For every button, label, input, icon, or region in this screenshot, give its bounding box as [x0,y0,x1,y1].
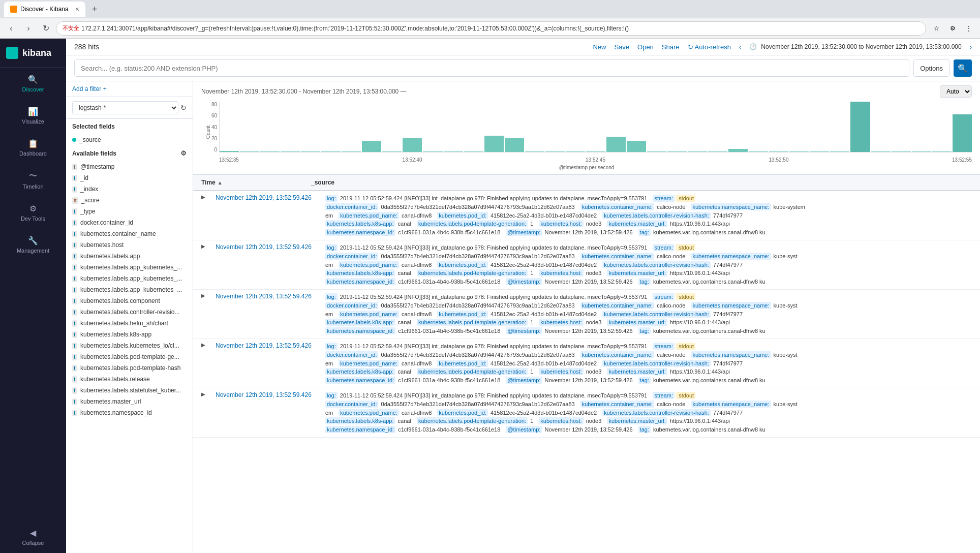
sidebar-collapse-button[interactable]: ◀ Collapse [0,521,66,553]
kh-val-1: node3 [585,221,603,227]
kmu-val-3: https://10.96.0.1:443/api [668,319,730,325]
k8s-k8s-app-type-icon: t [72,331,77,338]
prev-time-button[interactable]: ‹ [739,43,741,51]
tab-favicon [10,6,17,13]
knsid-val-1: c1cf9661-031a-4b4c-938b-f5c41c661e18 [396,229,502,235]
new-tab-button[interactable]: + [87,2,102,16]
chart-bars [219,102,972,152]
log-row-header-5[interactable]: ▶ November 12th 2019, 13:52:59.426 log: … [193,388,980,437]
options-button[interactable]: Options [913,59,950,77]
docker-field-name: docker.container_id [80,219,133,226]
chart-bar [932,151,952,152]
field-k8s-labels-pod-template-ge[interactable]: t kubernetes.labels.pod-template-ge... [66,351,193,362]
field-index[interactable]: t _index [66,183,193,195]
sidebar-item-devtools[interactable]: ⚙ Dev Tools [0,197,66,229]
new-button[interactable]: New [593,43,606,51]
chart-bar [667,151,687,152]
hits-count: 288 hits [74,43,99,51]
open-button[interactable]: Open [637,43,654,51]
expand-icon-3[interactable]: ▶ [201,293,207,335]
log-row-header-1[interactable]: ▶ November 12th 2019, 13:52:59.426 log: … [193,191,980,240]
chart-bar [505,138,524,152]
knsid-val-2: c1cf9661-031a-4b4c-938b-f5c41c661e18 [396,279,502,285]
expand-icon-4[interactable]: ▶ [201,342,207,385]
field-k8s-labels-statefulset[interactable]: t kubernetes.labels.statefulset_kuber... [66,385,193,396]
field-type-row[interactable]: t _type [66,206,193,217]
field-docker-container-id[interactable]: t docker.container_id [66,217,193,228]
field-id[interactable]: t _id [66,172,193,183]
search-input[interactable] [74,59,909,77]
field-k8s-labels-app-k8s-3[interactable]: t kubernetes.labels.app_kubernetes_... [66,284,193,295]
reload-button[interactable]: ↻ [39,21,53,36]
kptg-label-5: kubernetes.labels.pod-template-generatio… [417,417,528,424]
chart-time-range: November 12th 2019, 13:52:30.000 - Novem… [201,88,407,95]
sidebar-item-dashboard[interactable]: 📋 Dashboard [0,132,66,164]
log-label-5: log: [325,392,338,399]
expand-icon-5[interactable]: ▶ [201,391,207,434]
k8s-k8s-app-field-name: kubernetes.labels.k8s-app [80,331,151,338]
log-val-1: 2019-11-12 05:52:59.424 [INFO][33] int_d… [339,195,649,201]
log-row-header-4[interactable]: ▶ November 12th 2019, 13:52:59.426 log: … [193,339,980,388]
kpn-val-1: canal-dfnw8 [400,212,433,219]
field-source[interactable]: _source [66,134,193,145]
extra-1: em [325,212,334,219]
share-button[interactable]: Share [662,43,680,51]
field-k8s-labels-app-k8s-1[interactable]: t kubernetes.labels.app_kubernetes_... [66,262,193,273]
browser-tab[interactable]: Discover - Kibana × [4,2,85,17]
k8s-pth-type-icon: t [72,365,77,372]
back-button[interactable]: ‹ [4,21,18,36]
field-k8s-labels-component[interactable]: t kubernetes.labels.component [66,295,193,306]
address-bar[interactable]: 不安全 172.27.1.241:30071/app/kibana#/disco… [56,21,926,36]
topbar: 288 hits New Save Open Share ↻ Auto-refr… [66,39,980,55]
fields-gear-icon[interactable]: ⚙ [180,149,187,157]
tag-val-1: kubernetes.var.log.containers.canal-dfnw… [652,229,765,235]
field-k8s-container-name[interactable]: t kubernetes.container_name [66,228,193,239]
extensions-button[interactable]: ⚙ [945,21,960,36]
field-k8s-labels-k8s-io[interactable]: t kubernetes.labels.kubernetes_io/cl... [66,340,193,351]
kh-val-4: node3 [585,368,603,375]
k8s-io-field-name: kubernetes.labels.kubernetes_io/cl... [80,342,179,349]
expand-icon-2[interactable]: ▶ [201,243,207,286]
bookmark-button[interactable]: ☆ [929,21,943,36]
field-k8s-labels-k8s-app[interactable]: t kubernetes.labels.k8s-app [66,329,193,340]
add-filter-button[interactable]: Add a filter + [72,85,107,93]
auto-refresh-button[interactable]: ↻ Auto-refresh [688,43,731,51]
field-score[interactable]: # _score [66,195,193,206]
field-k8s-host[interactable]: t kubernetes.host [66,239,193,251]
refresh-index-button[interactable]: ↻ [180,104,187,112]
kpi-label-3: kubernetes.pod_id: [437,311,488,318]
auto-interval-select[interactable]: Auto [940,85,972,98]
knn-val-3: kube-syst [772,302,798,309]
field-k8s-labels-app-k8s-2[interactable]: t kubernetes.labels.app_kubernetes_... [66,273,193,284]
sidebar-item-discover[interactable]: 🔍 Discover [0,68,66,100]
save-button[interactable]: Save [614,43,629,51]
field-timestamp[interactable]: t @timestamp [66,161,193,172]
field-k8s-master-url[interactable]: t kubernetes.master_url [66,396,193,407]
field-k8s-labels-ctrl-revision[interactable]: t kubernetes.labels.controller-revisio..… [66,306,193,318]
field-k8s-namespace-id[interactable]: t kubernetes.namespace_id [66,407,193,418]
sidebar-item-management[interactable]: 🔧 Management [0,229,66,261]
index-select[interactable]: logstash-* [72,101,178,114]
field-k8s-labels-release[interactable]: t kubernetes.labels.release [66,374,193,385]
k8s-comp-type-icon: t [72,298,77,304]
expand-icon-1[interactable]: ▶ [201,194,207,237]
log-row-header-3[interactable]: ▶ November 12th 2019, 13:52:59.426 log: … [193,290,980,339]
tab-close-button[interactable]: × [75,5,79,13]
time-sort-icon[interactable]: ▲ [218,180,223,186]
forward-button[interactable]: › [21,21,36,36]
left-panel: Add a filter + logstash-* ↻ Selected fie… [66,81,193,553]
field-k8s-labels-app[interactable]: t kubernetes.labels.app [66,251,193,262]
menu-button[interactable]: ⋮ [962,21,976,36]
search-button[interactable]: 🔍 [954,59,972,77]
field-k8s-labels-helm[interactable]: t kubernetes.labels.helm_sh/chart [66,318,193,329]
sidebar-item-timelion[interactable]: 〜 Timelion [0,164,66,197]
field-k8s-labels-pod-template-hash[interactable]: t kubernetes.labels.pod-template-hash [66,362,193,374]
chart-bar [606,137,626,152]
log-row-header-2[interactable]: ▶ November 12th 2019, 13:52:59.426 log: … [193,240,980,289]
id-type-icon: t [72,175,77,181]
sidebar-label-timelion: Timelion [22,183,43,190]
sidebar-item-visualize[interactable]: 📊 Visualize [0,100,66,132]
col-source-header: _source [311,179,972,186]
extra-5: em [325,410,334,416]
next-time-button[interactable]: › [970,43,972,51]
